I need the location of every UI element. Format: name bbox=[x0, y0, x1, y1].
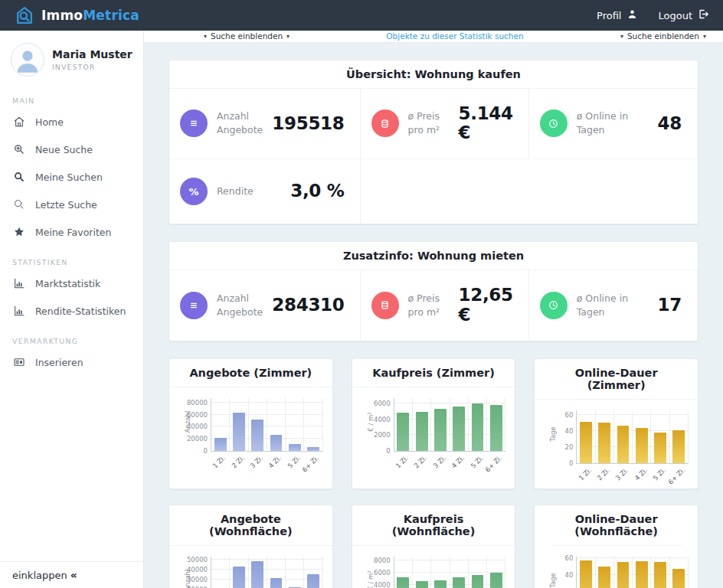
chart-slot bbox=[431, 398, 450, 451]
sidebar-item-label: Inserieren bbox=[35, 357, 83, 368]
sidebar-item-neue-suche[interactable]: Neue Suche bbox=[0, 136, 143, 163]
chart-slot bbox=[267, 557, 286, 588]
y-tick-label: 60000 bbox=[187, 411, 208, 419]
bar bbox=[617, 562, 630, 588]
chart-slot bbox=[413, 398, 431, 451]
chart-slot bbox=[304, 557, 322, 588]
x-tick-label: 2 Zi. bbox=[596, 466, 612, 482]
sidebar: Maria Muster INVESTOR MAIN Home bbox=[0, 31, 144, 588]
chart-slot bbox=[267, 398, 286, 451]
x-tick-label: 5 Zi. bbox=[469, 454, 485, 470]
x-tick-label: 4 Zi. bbox=[450, 454, 466, 470]
chart-slot bbox=[450, 557, 469, 588]
brand-logo[interactable]: ImmoMetrica bbox=[14, 5, 139, 26]
x-tick-label: 2 Zi. bbox=[413, 454, 429, 470]
y-tick-label: 40 bbox=[565, 427, 574, 435]
y-tick-label: 6000 bbox=[374, 400, 391, 407]
chart-slot bbox=[651, 557, 669, 588]
chart-slot bbox=[614, 557, 633, 588]
bar bbox=[251, 420, 263, 451]
y-axis-label: Tage bbox=[549, 557, 557, 588]
caret-down-icon: ▾ bbox=[703, 33, 706, 40]
plot-area: 0204060 bbox=[576, 410, 689, 464]
bar bbox=[307, 574, 319, 588]
chart-slot bbox=[633, 410, 651, 463]
sidebar-collapse-button[interactable]: einklappen « bbox=[0, 561, 143, 588]
x-tick-label: 3 Zi. bbox=[614, 466, 630, 482]
y-tick-label: 40000 bbox=[187, 423, 208, 430]
stat-rendite: % Rendite 3,0 % bbox=[169, 159, 361, 224]
stat-value: 12,65€ bbox=[458, 286, 517, 325]
chart-title: Online-Dauer (Wohnfläche) bbox=[551, 505, 682, 546]
bar bbox=[453, 407, 465, 451]
bar bbox=[580, 560, 592, 588]
x-tick-label: 6+ Zi. bbox=[484, 454, 504, 474]
chart-slot bbox=[596, 557, 614, 588]
x-tick-label: 3 Zi. bbox=[431, 454, 447, 470]
percent-icon: % bbox=[180, 178, 208, 205]
info-card-mieten: Zusatzinfo: Wohnung mieten Anzahl Angebo… bbox=[168, 241, 698, 341]
chart-title: Online-Dauer (Zimmer) bbox=[535, 359, 698, 400]
sidebar-item-label: Letzte Suche bbox=[35, 199, 97, 211]
bar bbox=[490, 405, 502, 451]
bar bbox=[416, 581, 428, 588]
section-label-statistiken: STATISTIKEN bbox=[0, 246, 143, 270]
chart-slot bbox=[431, 557, 450, 588]
bar bbox=[270, 435, 283, 451]
bar bbox=[233, 413, 245, 450]
chart-card-kaufpreis-zimmer: Kaufpreis (Zimmer) € / m² 0200040006000 … bbox=[352, 358, 516, 489]
section-label-vermarktung: VERMARKTUNG bbox=[0, 325, 143, 348]
chart-slot bbox=[577, 410, 595, 463]
x-tick-label: 4 Zi. bbox=[267, 454, 283, 470]
bar bbox=[397, 577, 409, 588]
y-tick-label: 20000 bbox=[187, 435, 208, 443]
statistics-objects-link[interactable]: Objekte zu dieser Statistik suchen bbox=[386, 31, 523, 41]
y-tick-label: 40 bbox=[565, 571, 574, 579]
y-tick-label: 0 bbox=[386, 447, 390, 455]
chart-slot bbox=[211, 557, 230, 588]
coins-icon bbox=[371, 292, 399, 319]
x-tick-label: 1 Zi. bbox=[577, 466, 593, 482]
chart-slot bbox=[651, 410, 669, 463]
bar bbox=[490, 573, 502, 588]
stat-value: 284310 bbox=[272, 296, 348, 315]
stat-value: 3,0 % bbox=[290, 181, 348, 201]
bar-chart: Tage 0204060 1 Zi.2 Zi.3 Zi.4 Zi.5 Zi.6+… bbox=[535, 400, 698, 488]
x-tick-label: 2 Zi. bbox=[230, 454, 246, 470]
sidebar-item-meine-favoriten[interactable]: Meine Favoriten bbox=[0, 218, 143, 246]
bar bbox=[580, 422, 592, 462]
user-role: INVESTOR bbox=[52, 63, 132, 71]
bar bbox=[598, 567, 610, 588]
bar bbox=[270, 578, 283, 588]
sidebar-item-home[interactable]: Home bbox=[0, 108, 143, 136]
sidebar-item-marktstatistik[interactable]: Marktstatistik bbox=[0, 270, 143, 297]
stat-value: 195518 bbox=[272, 114, 348, 134]
section-label-main: MAIN bbox=[0, 84, 143, 108]
chart-slot bbox=[596, 410, 614, 463]
search-bold-icon bbox=[12, 170, 26, 184]
profil-button[interactable]: Profil bbox=[597, 8, 638, 22]
sidebar-item-rendite-statistiken[interactable]: Rendite-Statistiken bbox=[0, 297, 143, 325]
bar bbox=[251, 561, 263, 588]
sidebar-item-inserieren[interactable]: Inserieren bbox=[0, 348, 143, 376]
bar bbox=[233, 567, 245, 588]
y-tick-label: 80000 bbox=[187, 399, 208, 407]
bar-chart: Anzahl 020000400006000080000 1 Zi.2 Zi.3… bbox=[169, 387, 332, 476]
plot-area: 020000400006000080000 bbox=[211, 398, 323, 452]
sidebar-item-letzte-suche[interactable]: Letzte Suche bbox=[0, 191, 143, 218]
brand-name: ImmoMetrica bbox=[41, 8, 139, 23]
user-profile: Maria Muster INVESTOR bbox=[0, 31, 143, 84]
x-tick-label: 3 Zi. bbox=[249, 454, 265, 470]
chart-slot bbox=[304, 398, 322, 451]
chart-slot bbox=[394, 398, 413, 451]
chart-slot bbox=[577, 557, 595, 588]
logout-button[interactable]: Logout bbox=[658, 8, 709, 22]
search-toggle-right[interactable]: ▾ Suche einblenden ▾ bbox=[620, 31, 706, 41]
chart-slot bbox=[394, 557, 413, 588]
top-strip: ▾ Suche einblenden ▾ Objekte zu dieser S… bbox=[144, 31, 723, 43]
search-toggle-left[interactable]: ▾ Suche einblenden ▾ bbox=[204, 31, 290, 41]
x-tick-label: 1 Zi. bbox=[394, 454, 410, 470]
sidebar-item-meine-suchen[interactable]: Meine Suchen bbox=[0, 163, 143, 191]
y-tick-label: 0 bbox=[204, 447, 208, 455]
chart-slot bbox=[286, 557, 304, 588]
